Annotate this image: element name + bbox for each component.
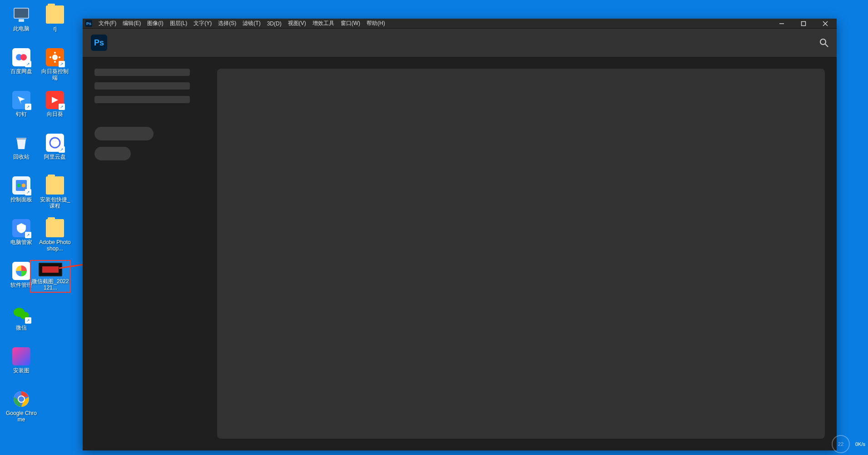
maximize-button[interactable]	[795, 19, 812, 29]
sunflower-control-icon: ↗	[46, 48, 64, 66]
desktop-icon-sunflower[interactable]: ↗ 向日葵	[39, 91, 71, 117]
icon-label: 向日葵	[39, 111, 71, 117]
aliyundrive-icon: ↗	[46, 134, 64, 152]
icon-label: 微信	[5, 325, 37, 331]
skeleton-button	[94, 147, 131, 160]
svg-point-16	[54, 61, 56, 63]
menu-filter[interactable]: 滤镜(T)	[243, 20, 260, 27]
desktop-icon-folder-photoshop[interactable]: Adobe Photoshop...	[39, 219, 71, 252]
menu-edit[interactable]: 编辑(E)	[123, 20, 141, 27]
software-manager-icon	[12, 262, 30, 280]
network-speed: 0K/s	[855, 441, 865, 447]
shortcut-overlay-icon: ↗	[59, 104, 65, 110]
clock-circle-icon[interactable]: 22	[832, 435, 850, 453]
svg-point-3	[20, 54, 27, 60]
icon-label: Google Chrome	[5, 410, 37, 423]
close-button[interactable]	[817, 19, 834, 29]
dingtalk-icon: ↗	[12, 91, 30, 109]
icon-label: 控制面板	[5, 196, 37, 203]
menu-type[interactable]: 文字(Y)	[193, 20, 212, 27]
recycle-bin-icon	[12, 134, 30, 152]
shortcut-overlay-icon: ↗	[59, 61, 65, 67]
home-canvas-area[interactable]	[217, 69, 825, 439]
desktop-icon-control-panel[interactable]: ↗ 控制面板	[5, 176, 37, 203]
pc-icon	[12, 5, 30, 24]
svg-rect-25	[802, 21, 806, 25]
svg-point-6	[17, 184, 21, 187]
svg-rect-1	[19, 19, 24, 22]
photoshop-window: Ps 文件(F) 编辑(E) 图像(I) 图层(L) 文字(Y) 选择(S) 滤…	[83, 19, 837, 450]
icon-label: 安装包快捷_课程	[39, 196, 71, 209]
icon-label: 此电脑	[5, 25, 37, 32]
desktop-icon-this-pc[interactable]: 此电脑	[5, 5, 37, 32]
icon-label: 电脑管家	[5, 239, 37, 245]
desktop-icon-baidu-netdisk[interactable]: ↗ 百度网盘	[5, 48, 37, 75]
svg-rect-21	[42, 266, 59, 273]
shortcut-overlay-icon: ↗	[25, 61, 31, 67]
desktop-icon-recycle-bin[interactable]: 回收站	[5, 134, 37, 160]
home-sidebar	[94, 69, 199, 439]
folder-icon	[46, 5, 64, 24]
desktop-icon-dingtalk[interactable]: ↗ 钉钉	[5, 91, 37, 117]
skeleton-line	[94, 69, 190, 76]
home-toolbar: Ps	[83, 29, 837, 57]
menu-layer[interactable]: 图层(L)	[170, 20, 188, 27]
icon-label: rj	[39, 25, 71, 32]
menu-file[interactable]: 文件(F)	[99, 20, 116, 27]
desktop-icon-install-image[interactable]: 安装图	[5, 347, 37, 374]
icon-label: 百度网盘	[5, 68, 37, 75]
chrome-icon	[12, 390, 30, 408]
menu-3d[interactable]: 3D(D)	[267, 20, 282, 27]
svg-point-17	[50, 56, 51, 58]
svg-point-14	[52, 55, 58, 60]
desktop-icon-wechat-screenshot[interactable]: 微信截图_2022121...	[30, 260, 71, 293]
svg-point-13	[18, 396, 25, 402]
search-icon[interactable]	[819, 38, 828, 47]
baidu-netdisk-icon: ↗	[12, 48, 30, 66]
minimize-button[interactable]	[773, 19, 790, 29]
menu-window[interactable]: 窗口(W)	[341, 20, 360, 27]
svg-point-15	[54, 52, 56, 54]
svg-point-18	[59, 56, 60, 58]
title-bar[interactable]: Ps 文件(F) 编辑(E) 图像(I) 图层(L) 文字(Y) 选择(S) 滤…	[83, 19, 837, 29]
icon-label: 回收站	[5, 154, 37, 160]
desktop-icon-aliyundrive[interactable]: ↗ 阿里云盘	[39, 134, 71, 160]
menu-image[interactable]: 图像(I)	[147, 20, 163, 27]
shortcut-overlay-icon: ↗	[25, 189, 31, 195]
control-panel-icon: ↗	[12, 176, 30, 195]
icon-label: 钉钉	[5, 111, 37, 117]
clock-time: 22	[838, 441, 843, 447]
desktop-icon-sunflower-control[interactable]: ↗ 向日葵控制端	[39, 48, 71, 81]
sunflower-icon: ↗	[46, 91, 64, 109]
menu-select[interactable]: 选择(S)	[218, 20, 236, 27]
home-body	[83, 57, 837, 450]
menu-plugins[interactable]: 增效工具	[312, 20, 334, 27]
icon-label: Adobe Photoshop...	[39, 239, 71, 252]
icon-label: 阿里云盘	[39, 154, 71, 160]
shortcut-overlay-icon: ↗	[59, 146, 65, 153]
svg-point-28	[820, 39, 826, 45]
desktop-icon-folder-course[interactable]: 安装包快捷_课程	[39, 176, 71, 209]
shortcut-overlay-icon: ↗	[25, 104, 31, 110]
desktop-icon-wechat[interactable]: ↗ 微信	[5, 305, 37, 331]
ps-logo-icon[interactable]: Ps	[91, 35, 107, 51]
folder-icon	[46, 176, 64, 195]
shortcut-overlay-icon: ↗	[25, 317, 31, 324]
shortcut-overlay-icon: ↗	[25, 232, 31, 238]
svg-rect-4	[16, 138, 26, 140]
icon-label: 向日葵控制端	[39, 68, 71, 81]
ps-badge-icon: Ps	[85, 20, 92, 27]
svg-rect-0	[14, 8, 29, 18]
image-file-icon	[12, 347, 30, 365]
menu-view[interactable]: 视图(V)	[288, 20, 306, 27]
skeleton-line	[94, 82, 190, 90]
menu-help[interactable]: 帮助(H)	[367, 20, 385, 27]
wechat-icon: ↗	[12, 305, 30, 323]
skeleton-button	[94, 127, 154, 140]
skeleton-line	[94, 96, 190, 103]
icon-label: 微信截图_2022121...	[31, 278, 70, 291]
desktop-icon-folder-rj[interactable]: rj	[39, 5, 71, 32]
desktop-icon-chrome[interactable]: Google Chrome	[5, 390, 37, 423]
desktop-icon-pc-manager[interactable]: ↗ 电脑管家	[5, 219, 37, 245]
folder-icon	[46, 219, 64, 237]
